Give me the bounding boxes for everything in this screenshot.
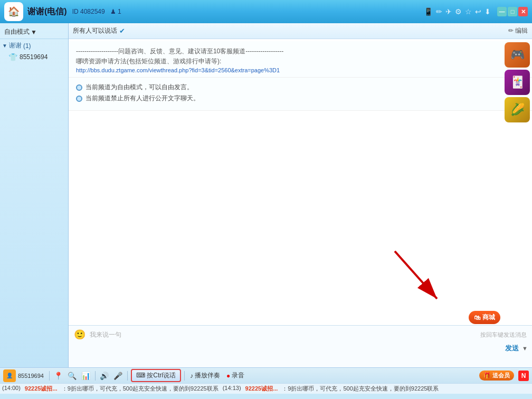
window-controls: — □ ✕ [497,7,528,16]
chat-top-bar: 所有人可以说话 ✔ ✏ 编辑 [69,23,532,39]
mode-option-2-label: 当前频道禁止所有人进行公开文字聊天。 [86,94,200,103]
edit-button[interactable]: ✏ 编辑 [508,26,528,35]
sys-divider: --------------------问题咨询、反馈、意见、建议请至10客服频… [76,46,525,56]
separator-2 [95,371,96,381]
title-bar: 🏠 谢谢(电信) ID 4082549 ♟ 1 📱 ✏ ✈ ⚙ ☆ ↩ ⬇ — … [0,0,532,23]
mode-arrow: ▼ [31,28,37,36]
sys-line2: 哪嗙资源申请方法(包括矩位频道、游戏排行申请等): [76,56,525,66]
chat-messages[interactable]: --------------------问题咨询、反馈、意见、建议请至10客服频… [69,39,532,367]
separator-1 [49,371,50,381]
mode-option-2: 当前频道禁止所有人进行公开文字聊天。 [76,94,525,103]
radio-dot-1 [76,84,82,91]
check-icon: ✔ [119,27,125,35]
game-icon-1[interactable]: 🎮 [505,42,530,68]
game-icons: 🎮 🃏 🌽 [502,39,532,126]
member-item[interactable]: 👕 85519694 [0,51,68,63]
input-top: 🙂 我来说一句 按回车键发送消息 [69,326,532,340]
chat-mode-label: 所有人可以说话 [73,26,117,35]
gift-icon: 🎁 [483,372,491,379]
ticker-msg-1: ：9折出哪币，可代充，500起充安全快速，要的到92225联系 [62,385,218,393]
minimize-button[interactable]: — [497,7,507,16]
member-label: 送会员 [492,372,510,379]
pencil-icon[interactable]: ✏ [436,7,442,16]
settings-icon[interactable]: ⚙ [455,7,462,16]
title-bar-icons: 📱 ✏ ✈ ⚙ ☆ ↩ ⬇ — □ ✕ [424,7,528,16]
ticker-bar: (14:00) 92225诚招... ：9折出哪币，可代充，500起充安全快速，… [0,383,532,394]
system-message: --------------------问题咨询、反馈、意见、建议请至10客服频… [69,41,532,78]
emoji-button[interactable]: 🙂 [74,329,86,340]
mode-options: 当前频道为自由模式，可以自由发言。 当前频道禁止所有人进行公开文字聊天。 [69,78,532,111]
record-label: 录音 [232,371,244,380]
mobile-icon[interactable]: 📱 [424,7,433,16]
input-hint: 按回车键发送消息 [480,331,527,339]
ticker-content: (14:00) 92225诚招... ：9折出哪币，可代充，500起充安全快速，… [2,385,439,393]
input-placeholder-text: 我来说一句 [90,330,476,339]
plane-icon[interactable]: ✈ [445,7,452,16]
system-link[interactable]: http://bbs.dudu.ztgame.com/viewthread.ph… [76,67,280,73]
send-dropdown[interactable]: ▼ [522,345,528,352]
mic-tool-button[interactable]: 🎤 [112,370,124,382]
channel-item[interactable]: ▼ 谢谢 (1) [0,39,68,51]
app-id: ID 4082549 [72,8,105,15]
main-container: 自由模式 ▼ ▼ 谢谢 (1) 👕 85519694 所有人可以说话 ✔ ✏ 编… [0,23,532,367]
play-music-label: 播放伴奏 [195,371,220,380]
user-avatar: 👤 [3,369,16,382]
mode-option-1: 当前频道为自由模式，可以自由发言。 [76,83,525,92]
chat-top-left: 所有人可以说话 ✔ [73,26,125,35]
close-button[interactable]: ✕ [518,7,528,16]
mode-option-1-label: 当前频道为自由模式，可以自由发言。 [86,83,193,92]
app-title: 谢谢(电信) [27,6,67,17]
play-music-button[interactable]: ♪ 播放伴奏 [188,370,222,381]
separator-3 [127,371,128,381]
ctrl-talk-button[interactable]: ⌨ 按Ctrl说话 [131,369,181,382]
send-member-button[interactable]: 🎁 送会员 [479,370,514,381]
chart-tool-button[interactable]: 📊 [80,370,92,382]
channel-count: (1) [23,42,31,50]
reply-icon[interactable]: ↩ [475,7,481,16]
ticker-time-2: (14:13) [223,385,241,393]
search-tool-button[interactable]: 🔍 [66,370,78,382]
ticker-name-2: 92225诚招... [245,385,278,393]
game-icon-2[interactable]: 🃏 [505,70,530,95]
record-dot: ● [226,372,230,379]
ticker-name-1: 92225诚招... [25,385,58,393]
bottom-toolbar: 👤 85519694 📍 🔍 📊 🔊 🎤 ⌨ 按Ctrl说话 ♪ 播放伴奏 ● … [0,367,532,383]
maximize-button[interactable]: □ [508,7,517,16]
channel-arrow: ▼ [2,43,7,49]
user-count: ♟ 1 [110,8,121,15]
chat-area: 所有人可以说话 ✔ ✏ 编辑 --------------------问题咨询、… [69,23,532,367]
mode-selector[interactable]: 自由模式 ▼ [0,25,68,39]
ticker-time-1: (14:00) [2,385,21,393]
location-tool-button[interactable]: 📍 [53,370,64,382]
game-icon-3[interactable]: 🌽 [505,97,530,122]
star-icon[interactable]: ☆ [465,7,472,16]
sidebar: 自由模式 ▼ ▼ 谢谢 (1) 👕 85519694 [0,23,69,367]
shop-icon: 🛍 [474,314,480,321]
member-icon: 👕 [8,53,17,61]
mode-label: 自由模式 [4,27,30,36]
music-icon: ♪ [190,372,193,379]
shop-label: 商城 [482,313,495,322]
app-logo: 🏠 [4,2,23,21]
member-name: 85519694 [20,53,48,61]
channel-name: 谢谢 [9,41,22,50]
record-button[interactable]: ● 录音 [224,370,246,381]
input-area: 🙂 我来说一句 按回车键发送消息 发送 ▼ [69,325,532,367]
ticker-msg-2: ：9折出哪币，可代充，500起充安全快速，要的到92225联系 [282,385,439,393]
send-button[interactable]: 发送 [502,343,522,354]
n-badge[interactable]: N [518,370,529,381]
download-icon[interactable]: ⬇ [484,7,491,16]
separator-4 [184,371,185,381]
user-name-small: 85519694 [18,373,44,379]
shop-button[interactable]: 🛍 商城 [469,311,500,324]
radio-dot-2 [76,96,82,102]
edit-label: ✏ 编辑 [508,26,528,35]
volume-tool-button[interactable]: 🔊 [99,370,110,382]
